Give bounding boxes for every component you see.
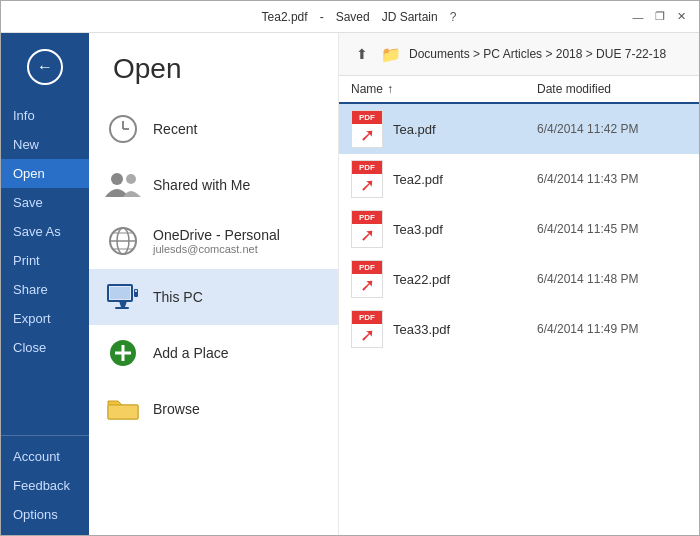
pdf-icon: PDF ➚ — [351, 110, 383, 148]
title-bar-center: Tea2.pdf - Saved JD Sartain ? — [262, 10, 457, 24]
location-onedrive[interactable]: OneDrive - Personal julesds@comcast.net — [89, 213, 338, 269]
location-recent[interactable]: Recent — [89, 101, 338, 157]
thispc-icon — [105, 279, 141, 315]
pdf-label: PDF — [352, 161, 382, 174]
sidebar-item-save-as[interactable]: Save As — [1, 217, 89, 246]
file-row[interactable]: PDF ➚ Tea.pdf 6/4/2014 11:42 PM — [339, 104, 699, 154]
sidebar-item-open[interactable]: Open — [1, 159, 89, 188]
shared-label: Shared with Me — [153, 177, 250, 193]
addplace-label: Add a Place — [153, 345, 229, 361]
file-name: Tea.pdf — [393, 122, 527, 137]
file-icon-tea33: PDF ➚ — [351, 310, 383, 348]
sidebar-item-account[interactable]: Account — [1, 442, 89, 471]
locations-pane: Open Recent — [89, 33, 339, 536]
pdf-icon: PDF ➚ — [351, 260, 383, 298]
recent-label: Recent — [153, 121, 197, 137]
file-icon-tea: PDF ➚ — [351, 110, 383, 148]
user-name: JD Sartain — [382, 10, 438, 24]
location-addplace[interactable]: Add a Place — [89, 325, 338, 381]
sidebar-item-options[interactable]: Options — [1, 500, 89, 529]
breadcrumb: Documents > PC Articles > 2018 > DUE 7-2… — [409, 47, 666, 61]
sidebar-item-save[interactable]: Save — [1, 188, 89, 217]
browse-icon — [105, 391, 141, 427]
file-list-header: Name ↑ Date modified — [339, 76, 699, 104]
svg-rect-11 — [110, 287, 130, 299]
file-row[interactable]: PDF ➚ Tea2.pdf 6/4/2014 11:43 PM — [339, 154, 699, 204]
sidebar-divider — [1, 435, 89, 436]
onedrive-label: OneDrive - Personal julesds@comcast.net — [153, 227, 280, 255]
svg-rect-19 — [108, 405, 138, 419]
pdf-icon: PDF ➚ — [351, 310, 383, 348]
sidebar-item-close[interactable]: Close — [1, 333, 89, 362]
save-status: - — [320, 10, 324, 24]
help-button[interactable]: ? — [450, 10, 457, 24]
open-title: Open — [89, 33, 338, 101]
sidebar: ← Info New Open Save Save As Print Share… — [1, 33, 89, 536]
thispc-label: This PC — [153, 289, 203, 305]
svg-rect-13 — [115, 307, 129, 309]
file-date: 6/4/2014 11:42 PM — [537, 122, 687, 136]
file-row[interactable]: PDF ➚ Tea22.pdf 6/4/2014 11:48 PM — [339, 254, 699, 304]
file-date: 6/4/2014 11:43 PM — [537, 172, 687, 186]
file-row[interactable]: PDF ➚ Tea33.pdf 6/4/2014 11:49 PM — [339, 304, 699, 354]
pdf-label: PDF — [352, 111, 382, 124]
sidebar-bottom: Account Feedback Options — [1, 429, 89, 536]
onedrive-sub: julesds@comcast.net — [153, 243, 280, 255]
svg-point-3 — [111, 173, 123, 185]
window-controls: — ❐ ✕ — [629, 8, 691, 26]
app-body: ← Info New Open Save Save As Print Share… — [1, 33, 699, 536]
title-bar: Tea2.pdf - Saved JD Sartain ? — ❐ ✕ — [1, 1, 699, 33]
open-panel: Open Recent — [89, 33, 699, 536]
onedrive-name: OneDrive - Personal — [153, 227, 280, 243]
pdf-arrow: ➚ — [360, 126, 375, 144]
sidebar-item-export[interactable]: Export — [1, 304, 89, 333]
sidebar-item-new[interactable]: New — [1, 130, 89, 159]
up-button[interactable]: ⬆ — [351, 43, 373, 65]
pdf-label: PDF — [352, 211, 382, 224]
file-name: Tea22.pdf — [393, 272, 527, 287]
pdf-icon: PDF ➚ — [351, 160, 383, 198]
sort-indicator: ↑ — [387, 82, 393, 96]
svg-point-15 — [135, 290, 137, 292]
restore-button[interactable]: ❐ — [651, 8, 669, 26]
location-browse[interactable]: Browse — [89, 381, 338, 437]
saved-label: Saved — [336, 10, 370, 24]
sidebar-item-feedback[interactable]: Feedback — [1, 471, 89, 500]
document-name: Tea2.pdf — [262, 10, 308, 24]
pdf-label: PDF — [352, 261, 382, 274]
sidebar-item-share[interactable]: Share — [1, 275, 89, 304]
col-name-label: Name — [351, 82, 383, 96]
location-thispc[interactable]: This PC — [89, 269, 338, 325]
svg-marker-12 — [119, 301, 127, 307]
thispc-name: This PC — [153, 289, 203, 305]
sidebar-item-print[interactable]: Print — [1, 246, 89, 275]
back-button[interactable]: ← — [27, 49, 63, 85]
col-date-label: Date modified — [537, 82, 611, 96]
sidebar-item-info[interactable]: Info — [1, 101, 89, 130]
col-name-header[interactable]: Name ↑ — [351, 82, 537, 96]
file-row[interactable]: PDF ➚ Tea3.pdf 6/4/2014 11:45 PM — [339, 204, 699, 254]
file-pane: ⬆ 📁 Documents > PC Articles > 2018 > DUE… — [339, 33, 699, 536]
content-area: Open Recent — [89, 33, 699, 536]
file-date: 6/4/2014 11:45 PM — [537, 222, 687, 236]
folder-icon: 📁 — [381, 45, 401, 64]
col-date-header[interactable]: Date modified — [537, 82, 687, 96]
pdf-arrow: ➚ — [360, 176, 375, 194]
file-list: PDF ➚ Tea.pdf 6/4/2014 11:42 PM PDF ➚ — [339, 104, 699, 536]
shared-name: Shared with Me — [153, 177, 250, 193]
browse-name: Browse — [153, 401, 200, 417]
browse-label: Browse — [153, 401, 200, 417]
pdf-arrow: ➚ — [360, 326, 375, 344]
breadcrumb-bar: ⬆ 📁 Documents > PC Articles > 2018 > DUE… — [339, 33, 699, 76]
sidebar-nav: Info New Open Save Save As Print Share E… — [1, 101, 89, 362]
location-shared[interactable]: Shared with Me — [89, 157, 338, 213]
close-button[interactable]: ✕ — [673, 8, 691, 26]
file-name: Tea33.pdf — [393, 322, 527, 337]
file-date: 6/4/2014 11:49 PM — [537, 322, 687, 336]
pdf-arrow: ➚ — [360, 226, 375, 244]
pdf-label: PDF — [352, 311, 382, 324]
minimize-button[interactable]: — — [629, 8, 647, 26]
recent-name: Recent — [153, 121, 197, 137]
file-name: Tea2.pdf — [393, 172, 527, 187]
pdf-arrow: ➚ — [360, 276, 375, 294]
